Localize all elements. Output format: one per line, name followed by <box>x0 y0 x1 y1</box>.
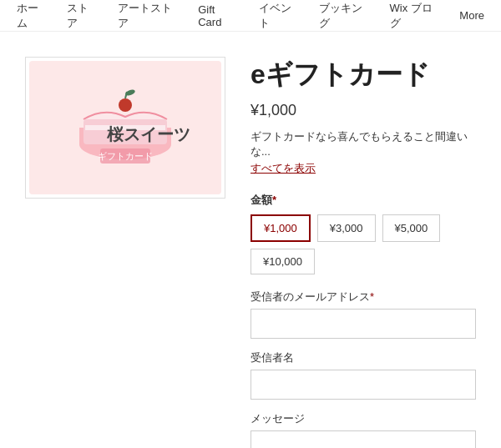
gift-card-image-container: 桜スイーツ ギフトカード <box>25 57 225 199</box>
nav-item-booking[interactable]: ブッキング <box>319 1 370 31</box>
amount-btn-1000[interactable]: ¥1,000 <box>250 214 311 242</box>
product-price: ¥1,000 <box>250 102 476 119</box>
product-title: eギフトカード <box>250 57 476 93</box>
main-content: 桜スイーツ ギフトカード eギフトカード ¥1,000 ギフトカードなら喜んでも… <box>0 32 501 448</box>
gift-card-illustration: 桜スイーツ ギフトカード <box>33 65 217 190</box>
gift-card-visual: 桜スイーツ ギフトカード <box>29 61 221 194</box>
product-info: eギフトカード ¥1,000 ギフトカードなら喜んでもらえること間違いな... … <box>250 57 476 448</box>
nav-item-gift-card[interactable]: Gift Card <box>198 3 238 28</box>
show-all-link[interactable]: すべてを表示 <box>250 161 316 176</box>
amount-btn-3000[interactable]: ¥3,000 <box>317 214 376 242</box>
svg-text:桜スイーツ: 桜スイーツ <box>106 125 190 143</box>
amount-label: 金額* <box>250 193 476 208</box>
recipient-email-label: 受信者のメールアドレス* <box>250 289 476 305</box>
recipient-email-input[interactable] <box>250 309 476 339</box>
product-description: ギフトカードなら喜んでもらえること間違いな... <box>250 129 476 159</box>
nav-item-events[interactable]: イベント <box>259 1 299 31</box>
svg-point-4 <box>119 98 132 112</box>
amount-options: ¥1,000¥3,000¥5,000¥10,000 <box>250 214 476 274</box>
amount-btn-5000[interactable]: ¥5,000 <box>382 214 441 242</box>
nav-item-more[interactable]: More <box>459 9 484 22</box>
main-nav: ホームストアアートストアGift CardイベントブッキングWix ブログMor… <box>0 0 501 32</box>
message-input[interactable] <box>250 430 476 448</box>
svg-text:ギフトカード: ギフトカード <box>98 151 153 161</box>
nav-item-home[interactable]: ホーム <box>17 1 47 31</box>
amount-btn-10000[interactable]: ¥10,000 <box>250 249 315 274</box>
message-label: メッセージ <box>250 411 476 426</box>
recipient-name-label: 受信者名 <box>250 350 476 365</box>
recipient-name-input[interactable] <box>250 370 476 400</box>
nav-item-art-store[interactable]: アートストア <box>118 1 179 31</box>
nav-item-store[interactable]: ストア <box>67 1 97 31</box>
nav-item-blog[interactable]: Wix ブログ <box>390 1 440 31</box>
